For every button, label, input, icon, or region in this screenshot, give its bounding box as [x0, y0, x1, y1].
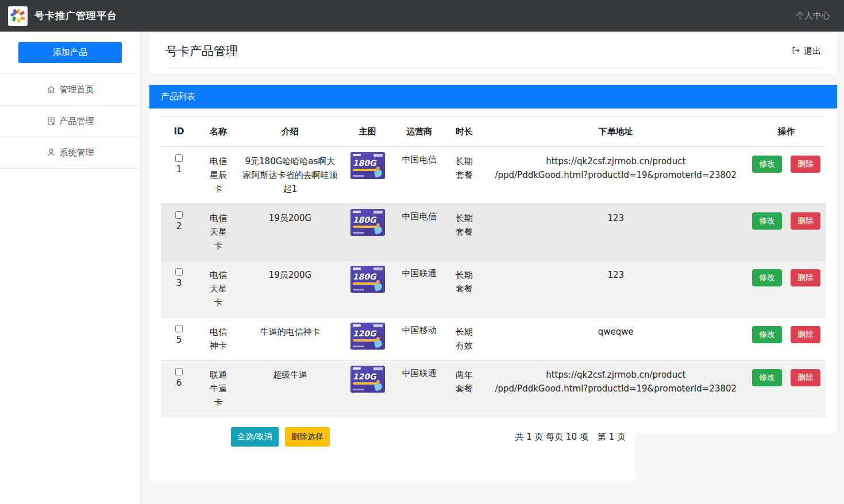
table-row: 6 联通牛逼卡 超级牛逼 120G 中国联通 两年套餐 https://qk2c… [161, 360, 826, 417]
sidebar-item-home[interactable]: 管理首页 [0, 74, 140, 106]
product-intro: 19员200G [269, 268, 311, 282]
product-name: 电信神卡 [209, 325, 228, 352]
product-intro: 牛逼的电信神卡 [260, 325, 320, 339]
col-header-image: 主图 [341, 117, 395, 147]
delete-button[interactable]: 删除 [791, 269, 820, 286]
product-duration: 长期有效 [454, 325, 474, 352]
document-icon [47, 117, 56, 126]
col-header-operator: 运营商 [395, 117, 444, 147]
product-image: 180G [350, 266, 385, 293]
sidebar-item-label: 产品管理 [60, 116, 94, 127]
logout-icon [792, 46, 800, 57]
product-image-label: 180G [353, 215, 376, 224]
page-title: 号卡产品管理 [165, 43, 238, 59]
product-image-label: 180G [353, 272, 376, 281]
product-image: 180G [350, 209, 385, 236]
bottom-right-overlay [636, 433, 844, 504]
row-id: 6 [176, 378, 182, 388]
col-header-intro: 介绍 [240, 117, 340, 147]
row-checkbox[interactable] [175, 268, 183, 276]
product-duration: 长期套餐 [454, 211, 474, 239]
col-header-action: 操作 [747, 117, 826, 147]
delete-button[interactable]: 删除 [791, 369, 820, 386]
row-id: 2 [176, 221, 182, 231]
edit-button[interactable]: 修改 [752, 156, 782, 173]
home-icon [47, 85, 56, 94]
product-name: 电信天星卡 [209, 211, 228, 253]
delete-button[interactable]: 删除 [791, 156, 820, 173]
order-url: qweqwe [598, 325, 634, 339]
product-image: 120G [350, 366, 385, 393]
sidebar-item-system[interactable]: 系统管理 [0, 137, 140, 169]
table-header-row: ID 名称 介绍 主图 运营商 时长 下单地址 操作 [161, 117, 826, 147]
edit-button[interactable]: 修改 [752, 326, 782, 343]
product-intro: 9元180G哈哈哈as啊大家阿斯达卡省的去啊哇顶起1 [242, 154, 338, 196]
col-header-name: 名称 [197, 117, 240, 147]
app-logo-icon [8, 6, 28, 26]
product-name: 联通牛逼卡 [209, 368, 228, 409]
product-image: 180G [350, 152, 385, 179]
user-icon [47, 148, 56, 157]
edit-button[interactable]: 修改 [752, 369, 782, 386]
edit-button[interactable]: 修改 [752, 212, 782, 230]
product-duration: 长期套餐 [454, 268, 474, 296]
sidebar-item-products[interactable]: 产品管理 [0, 106, 140, 137]
add-product-button[interactable]: 添加产品 [18, 42, 122, 63]
pagination: 共 1 页 每页 10 项 第 1 页 [515, 432, 626, 443]
sidebar-item-label: 管理首页 [60, 84, 94, 95]
table-row: 1 电信星辰卡 9元180G哈哈哈as啊大家阿斯达卡省的去啊哇顶起1 180G … [161, 147, 826, 204]
product-operator: 中国联通 [402, 368, 437, 378]
delete-button[interactable]: 删除 [791, 326, 820, 343]
table-row: 5 电信神卡 牛逼的电信神卡 120G 中国移动 长期有效 qweqwe 修改 … [161, 317, 826, 360]
logout-button[interactable]: 退出 [792, 46, 821, 57]
table-row: 3 电信天星卡 19员200G 180G 中国联通 长期套餐 123 修改 删除 [161, 261, 826, 317]
row-checkbox[interactable] [175, 211, 183, 219]
delete-button[interactable]: 删除 [791, 212, 820, 230]
sidebar-item-label: 系统管理 [60, 148, 94, 158]
logout-label: 退出 [804, 46, 821, 57]
product-operator: 中国联通 [402, 268, 437, 278]
sidebar-menu: 管理首页 产品管理 系统管理 [0, 73, 140, 169]
product-list-panel: 产品列表 ID 名称 介绍 主图 运营商 时长 下单地址 操作 [149, 85, 837, 481]
edit-button[interactable]: 修改 [752, 269, 782, 286]
product-name: 电信天星卡 [209, 268, 228, 309]
product-intro: 19员200G [269, 211, 311, 225]
panel-title: 产品列表 [149, 85, 837, 108]
order-url: 123 [607, 268, 624, 282]
table-row: 2 电信天星卡 19员200G 180G 中国电信 长期套餐 123 修改 删除 [161, 204, 826, 261]
row-id: 1 [176, 164, 182, 175]
delete-selected-button[interactable]: 删除选择 [285, 427, 330, 447]
personal-center-link[interactable]: 个人中心 [796, 10, 830, 21]
product-image-label: 120G [353, 329, 376, 338]
page-current: 第 1 页 [598, 432, 626, 443]
row-checkbox[interactable] [175, 368, 183, 375]
page-header-card: 号卡产品管理 退出 [149, 33, 837, 73]
product-operator: 中国电信 [402, 211, 437, 222]
col-header-url: 下单地址 [484, 117, 747, 147]
product-operator: 中国移动 [402, 325, 437, 335]
select-all-button[interactable]: 全选/取消 [231, 427, 279, 447]
product-duration: 长期套餐 [454, 154, 474, 182]
product-operator: 中国电信 [402, 154, 437, 165]
product-name: 电信星辰卡 [209, 154, 228, 196]
page-summary: 共 1 页 每页 10 项 [515, 432, 588, 443]
product-table: ID 名称 介绍 主图 运营商 时长 下单地址 操作 1 电信星辰卡 9元1 [161, 117, 826, 417]
order-url: https://qk2csf.zjrmob.cn/product /ppd/Pd… [495, 154, 737, 182]
product-intro: 超级牛逼 [273, 368, 307, 382]
order-url: 123 [607, 211, 624, 225]
row-checkbox[interactable] [175, 154, 183, 162]
order-url: https://qk2csf.zjrmob.cn/product /ppd/Pd… [495, 368, 737, 396]
product-image: 120G [350, 323, 385, 350]
sidebar: 添加产品 管理首页 产品管理 [0, 32, 141, 504]
product-image-label: 180G [353, 158, 376, 168]
row-checkbox[interactable] [175, 325, 183, 332]
row-id: 5 [176, 335, 182, 345]
app-title: 号卡推广管理平台 [34, 9, 117, 22]
product-image-label: 120G [353, 372, 376, 381]
row-id: 3 [176, 278, 182, 288]
top-header: 号卡推广管理平台 个人中心 [0, 0, 844, 32]
product-duration: 两年套餐 [454, 368, 474, 396]
col-header-duration: 时长 [444, 117, 485, 147]
col-header-id: ID [161, 117, 197, 147]
